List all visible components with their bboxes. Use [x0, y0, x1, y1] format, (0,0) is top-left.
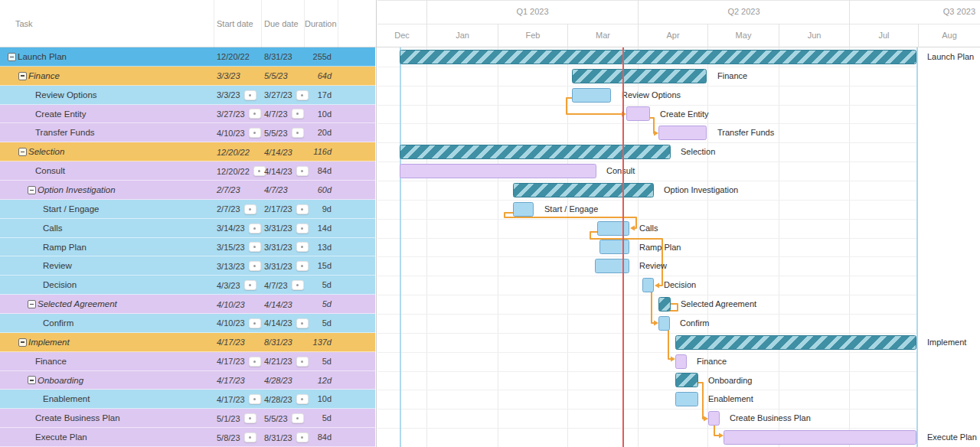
task-row[interactable]: Start / Engage2/7/232/17/239d — [0, 200, 375, 219]
task-row[interactable]: Review3/13/233/31/2315d — [0, 256, 375, 276]
collapse-icon[interactable] — [28, 300, 36, 308]
due-date-cell[interactable]: 3/31/23 — [264, 238, 309, 257]
due-date-cell[interactable]: 4/7/23 — [264, 276, 304, 295]
due-date-cell[interactable]: 4/14/23 — [264, 295, 292, 314]
due-date-cell[interactable]: 3/31/23 — [264, 256, 309, 276]
gantt-bar-ramp-plan[interactable] — [599, 240, 629, 254]
due-date-picker-button[interactable] — [292, 280, 304, 290]
task-row[interactable]: Transfer Funds4/10/235/5/2320d — [0, 123, 375, 142]
gantt-bar-launch-plan[interactable] — [400, 50, 916, 64]
start-date-picker-button[interactable] — [249, 224, 261, 233]
collapse-icon[interactable] — [28, 186, 36, 194]
collapse-icon[interactable] — [18, 338, 27, 347]
due-date-picker-button[interactable] — [292, 128, 304, 138]
start-date-cell[interactable]: 12/20/22 — [217, 162, 266, 181]
start-date-cell[interactable]: 3/13/23 — [217, 256, 261, 276]
task-row[interactable]: Create Business Plan5/1/235/5/235d — [0, 409, 375, 428]
start-date-picker-button[interactable] — [249, 318, 261, 328]
gantt-bar-implement[interactable] — [675, 335, 916, 350]
due-date-picker-button[interactable] — [292, 109, 304, 119]
start-date-picker-button[interactable] — [244, 280, 256, 290]
start-date-cell[interactable]: 12/20/22 — [217, 47, 250, 67]
start-date-cell[interactable]: 3/15/23 — [217, 238, 261, 257]
start-date-cell[interactable]: 5/1/23 — [217, 409, 256, 428]
start-date-picker-button[interactable] — [244, 204, 256, 214]
collapse-icon[interactable] — [28, 376, 36, 384]
gantt-bar-finance[interactable] — [675, 354, 687, 369]
start-date-cell[interactable]: 3/3/23 — [217, 86, 256, 105]
due-date-cell[interactable]: 5/5/23 — [264, 409, 304, 428]
task-row[interactable]: Decision4/3/234/7/235d — [0, 276, 375, 295]
gantt-bar-selected-agreement[interactable] — [658, 297, 671, 312]
gantt-bar-option-investigation[interactable] — [513, 183, 654, 197]
start-date-cell[interactable]: 3/14/23 — [217, 219, 261, 238]
due-date-cell[interactable]: 8/31/23 — [264, 333, 292, 352]
start-date-picker-button[interactable] — [249, 357, 261, 367]
start-date-cell[interactable]: 3/27/23 — [217, 105, 261, 124]
start-date-cell[interactable]: 2/7/23 — [217, 181, 240, 200]
due-date-cell[interactable]: 3/31/23 — [264, 219, 309, 238]
task-row[interactable]: Option Investigation2/7/234/7/2360d — [0, 181, 375, 200]
due-date-cell[interactable]: 8/31/23 — [264, 428, 309, 447]
gantt-bar-consult[interactable] — [400, 164, 596, 178]
task-row[interactable]: Selected Agreement4/10/234/14/235d — [0, 295, 375, 314]
due-date-cell[interactable]: 4/7/23 — [264, 181, 288, 200]
collapse-icon[interactable] — [18, 148, 27, 156]
gantt-bar-execute-plan[interactable] — [724, 430, 916, 445]
due-date-cell[interactable]: 4/14/23 — [264, 142, 292, 162]
due-date-cell[interactable]: 4/28/23 — [264, 390, 309, 409]
gantt-bar-finance[interactable] — [572, 69, 707, 83]
start-date-picker-button[interactable] — [244, 432, 256, 442]
due-date-cell[interactable]: 4/28/23 — [264, 371, 292, 390]
collapse-icon[interactable] — [8, 53, 16, 61]
due-date-cell[interactable]: 4/14/23 — [264, 314, 309, 333]
start-date-cell[interactable]: 12/20/22 — [217, 142, 250, 162]
start-date-picker-button[interactable] — [249, 128, 261, 138]
start-date-cell[interactable]: 4/17/23 — [217, 352, 261, 371]
task-row[interactable]: Create Entity3/27/234/7/2310d — [0, 105, 375, 124]
start-date-cell[interactable]: 5/8/23 — [217, 428, 256, 447]
start-date-cell[interactable]: 4/10/23 — [217, 295, 245, 314]
gantt-bar-start-engage[interactable] — [513, 202, 534, 217]
start-date-cell[interactable]: 4/10/23 — [217, 314, 261, 333]
start-date-cell[interactable]: 4/17/23 — [217, 371, 245, 390]
task-row[interactable]: Ramp Plan3/15/233/31/2313d — [0, 238, 375, 257]
start-date-picker-button[interactable] — [244, 413, 256, 423]
task-row[interactable]: Implement4/17/238/31/23137d — [0, 333, 375, 352]
gantt-bar-onboarding[interactable] — [675, 373, 698, 387]
gantt-bar-transfer-funds[interactable] — [658, 126, 707, 140]
task-row[interactable]: Execute Plan5/8/238/31/2384d — [0, 428, 375, 447]
gantt-bar-calls[interactable] — [597, 221, 629, 236]
start-date-cell[interactable]: 2/7/23 — [217, 200, 256, 219]
task-row[interactable]: Finance3/3/235/5/2364d — [0, 67, 375, 86]
due-date-cell[interactable]: 5/5/23 — [264, 123, 304, 142]
due-date-cell[interactable]: 5/5/23 — [264, 67, 288, 86]
task-row[interactable]: Onboarding4/17/234/28/2312d — [0, 371, 375, 390]
task-row[interactable]: Finance4/17/234/21/235d — [0, 352, 375, 371]
due-date-cell[interactable]: 4/14/23 — [264, 162, 309, 181]
task-row[interactable]: Calls3/14/233/31/2314d — [0, 219, 375, 238]
start-date-cell[interactable]: 4/17/23 — [217, 333, 245, 352]
start-date-picker-button[interactable] — [249, 109, 261, 119]
start-date-picker-button[interactable] — [249, 242, 261, 252]
due-date-cell[interactable]: 2/17/23 — [264, 200, 309, 219]
task-row[interactable]: Confirm4/10/234/14/235d — [0, 314, 375, 333]
gantt-bar-decision[interactable] — [642, 278, 654, 292]
gantt-bar-create-entity[interactable] — [626, 106, 650, 121]
gantt-bar-review[interactable] — [595, 259, 629, 273]
due-date-cell[interactable]: 8/31/23 — [264, 47, 292, 67]
start-date-cell[interactable]: 4/17/23 — [217, 390, 261, 409]
start-date-cell[interactable]: 3/3/23 — [217, 67, 240, 86]
start-date-picker-button[interactable] — [244, 90, 256, 100]
gantt-bar-review-options[interactable] — [572, 88, 611, 103]
gantt-bar-selection[interactable] — [400, 145, 671, 159]
due-date-cell[interactable]: 3/27/23 — [264, 86, 309, 105]
due-date-picker-button[interactable] — [292, 413, 304, 423]
collapse-icon[interactable] — [18, 72, 27, 80]
start-date-cell[interactable]: 4/3/23 — [217, 276, 256, 295]
start-date-cell[interactable]: 4/10/23 — [217, 123, 261, 142]
due-date-cell[interactable]: 4/21/23 — [264, 352, 309, 371]
task-row[interactable]: Consult12/20/224/14/2384d — [0, 162, 375, 181]
gantt-bar-confirm[interactable] — [658, 316, 670, 331]
start-date-picker-button[interactable] — [249, 394, 261, 404]
